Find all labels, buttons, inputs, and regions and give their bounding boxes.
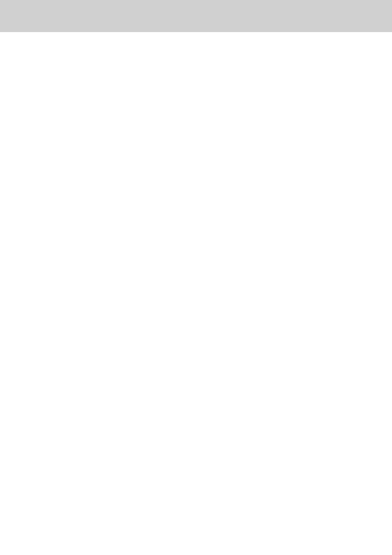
top-gray-bar [0,0,392,32]
